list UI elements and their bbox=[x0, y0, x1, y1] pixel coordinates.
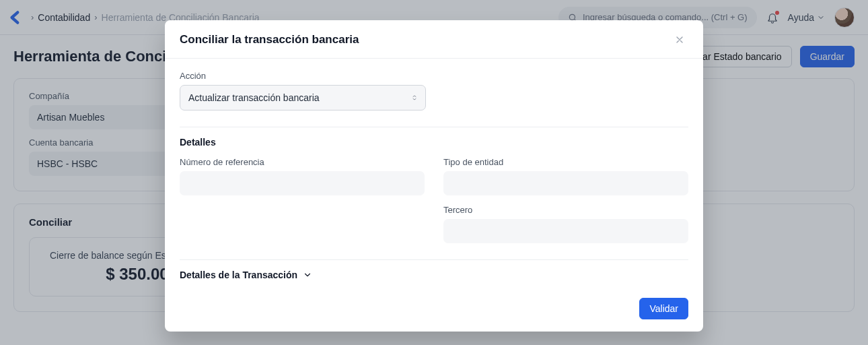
action-label: Acción bbox=[180, 71, 688, 81]
modal-header: Conciliar la transacción bancaria bbox=[165, 20, 703, 59]
modal-body: Acción Actualizar transacción bancaria D… bbox=[165, 59, 703, 288]
divider bbox=[180, 259, 688, 260]
reference-label: Número de referencia bbox=[180, 157, 425, 167]
validate-button[interactable]: Validar bbox=[639, 298, 688, 319]
modal-close-button[interactable] bbox=[671, 31, 688, 49]
entity-type-label: Tipo de entidad bbox=[443, 157, 688, 167]
entity-type-input[interactable] bbox=[443, 171, 688, 195]
modal-overlay[interactable]: Conciliar la transacción bancaria Acción… bbox=[0, 0, 868, 345]
details-heading: Detalles bbox=[180, 137, 688, 148]
chevron-down-icon bbox=[303, 270, 312, 280]
select-chevron-icon bbox=[410, 94, 419, 102]
divider bbox=[180, 127, 688, 127]
party-label: Tercero bbox=[443, 205, 688, 215]
reconcile-modal: Conciliar la transacción bancaria Acción… bbox=[165, 20, 703, 332]
close-icon bbox=[674, 34, 685, 45]
details-grid: Número de referencia Tipo de entidad Ter… bbox=[180, 157, 688, 243]
party-input[interactable] bbox=[443, 219, 688, 243]
reference-input[interactable] bbox=[180, 171, 425, 195]
action-select[interactable]: Actualizar transacción bancaria bbox=[180, 85, 426, 111]
action-select-value: Actualizar transacción bancaria bbox=[188, 92, 320, 103]
modal-title: Conciliar la transacción bancaria bbox=[180, 33, 671, 46]
modal-footer: Validar bbox=[165, 288, 703, 332]
tx-details-toggle[interactable]: Detalles de la Transacción bbox=[180, 270, 688, 280]
